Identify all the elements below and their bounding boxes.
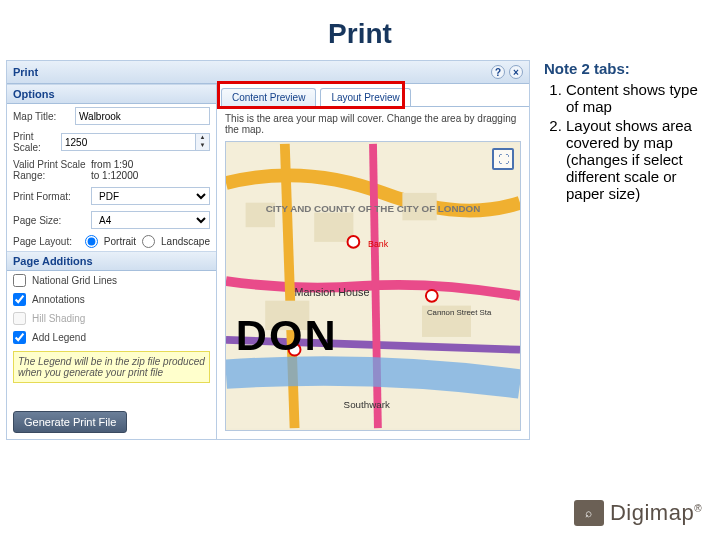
svg-text:DON: DON xyxy=(236,311,338,359)
map-extent-icon[interactable]: ⛶ xyxy=(492,148,514,170)
svg-text:Mansion House: Mansion House xyxy=(295,286,370,298)
page-layout-label: Page Layout: xyxy=(13,236,79,247)
scale-down-icon[interactable]: ▼ xyxy=(196,142,209,150)
digimap-logo: ⌕ Digimap® xyxy=(574,500,702,526)
grid-label: National Grid Lines xyxy=(32,275,117,286)
tab-layout-preview[interactable]: Layout Preview xyxy=(320,88,410,106)
svg-text:Cannon Street Sta: Cannon Street Sta xyxy=(427,308,492,317)
svg-text:CITY AND COUNTY OF THE CITY OF: CITY AND COUNTY OF THE CITY OF LONDON xyxy=(266,204,481,215)
layout-portrait-radio[interactable] xyxy=(85,235,98,248)
annotation-block: Note 2 tabs: Content shows type of map L… xyxy=(530,60,710,440)
legend-label: Add Legend xyxy=(32,332,86,343)
annotations-label: Annotations xyxy=(32,294,85,305)
options-header: Options xyxy=(7,84,216,104)
annotations-checkbox[interactable] xyxy=(13,293,26,306)
logo-badge-icon: ⌕ xyxy=(574,500,604,526)
hill-label: Hill Shading xyxy=(32,313,85,324)
annotation-item-1: Content shows type of map xyxy=(566,81,710,115)
preview-panel: Content Preview Layout Preview This is t… xyxy=(217,84,529,439)
tab-bar: Content Preview Layout Preview xyxy=(217,84,529,107)
additions-header: Page Additions xyxy=(7,251,216,271)
logo-text: Digimap® xyxy=(610,500,702,526)
map-title-input[interactable] xyxy=(75,107,210,125)
print-scale-input[interactable] xyxy=(61,133,196,151)
legend-note: The Legend will be in the zip file produ… xyxy=(13,351,210,383)
grid-checkbox[interactable] xyxy=(13,274,26,287)
map-preview[interactable]: CITY AND COUNTY OF THE CITY OF LONDON Ba… xyxy=(225,141,521,431)
slide-title: Print xyxy=(0,0,720,60)
generate-button[interactable]: Generate Print File xyxy=(13,411,127,433)
valid-range-label: Valid Print Scale Range: xyxy=(13,159,87,181)
help-icon[interactable]: ? xyxy=(491,65,505,79)
svg-point-6 xyxy=(348,236,360,248)
svg-rect-2 xyxy=(314,213,353,242)
layout-landscape-radio[interactable] xyxy=(142,235,155,248)
legend-checkbox[interactable] xyxy=(13,331,26,344)
page-size-select[interactable]: A4 xyxy=(91,211,210,229)
layout-landscape-text: Landscape xyxy=(161,236,210,247)
scale-up-icon[interactable]: ▲ xyxy=(196,134,209,142)
dialog-header: Print ? × xyxy=(7,61,529,84)
tab-content-preview[interactable]: Content Preview xyxy=(221,88,316,106)
svg-point-7 xyxy=(426,290,438,302)
close-icon[interactable]: × xyxy=(509,65,523,79)
map-title-label: Map Title: xyxy=(13,111,71,122)
svg-text:Bank: Bank xyxy=(368,239,389,249)
map-svg: CITY AND COUNTY OF THE CITY OF LONDON Ba… xyxy=(226,142,520,430)
annotation-item-2: Layout shows area covered by map (change… xyxy=(566,117,710,202)
hill-checkbox xyxy=(13,312,26,325)
print-format-label: Print Format: xyxy=(13,191,87,202)
svg-text:Southwark: Southwark xyxy=(344,400,390,411)
page-size-label: Page Size: xyxy=(13,215,87,226)
valid-range-value: from 1:90 to 1:12000 xyxy=(91,159,210,181)
print-scale-label: Print Scale: xyxy=(13,131,57,153)
annotation-title: Note 2 tabs: xyxy=(544,60,710,77)
print-dialog: Print ? × Options Map Title: Print Scale… xyxy=(6,60,530,440)
print-format-select[interactable]: PDF xyxy=(91,187,210,205)
layout-portrait-text: Portrait xyxy=(104,236,136,247)
dialog-title: Print xyxy=(13,66,38,78)
area-note: This is the area your map will cover. Ch… xyxy=(217,107,529,141)
options-panel: Options Map Title: Print Scale: ▲▼ Valid… xyxy=(7,84,217,439)
